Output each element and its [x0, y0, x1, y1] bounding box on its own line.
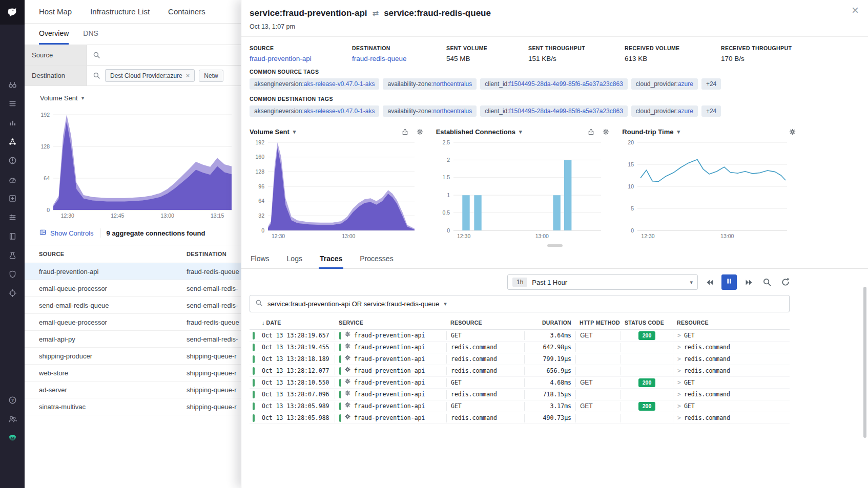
show-controls-button[interactable]: Show Controls — [39, 228, 94, 238]
skip-forward-icon[interactable] — [742, 275, 755, 289]
tag-pill[interactable]: cloud_provider:azure — [631, 78, 698, 90]
filter-pill-network[interactable]: Netw — [199, 70, 223, 82]
service-link[interactable]: fraud-redis-queue — [352, 55, 446, 62]
nav-tab-host-map[interactable]: Host Map — [39, 7, 72, 16]
trace-row[interactable]: Oct 13 13:28:05.988 fraud-prevention-api… — [250, 412, 790, 424]
tag-pill[interactable]: availability-zone:northcentralus — [383, 78, 477, 90]
trace-row[interactable]: Oct 13 13:28:05.989 fraud-prevention-api… — [250, 400, 790, 412]
connection-row[interactable]: email-api-pysend-email-redis- — [25, 331, 241, 348]
chart-title[interactable]: Round-trip Time — [622, 128, 673, 136]
chart-title[interactable]: Established Connections — [436, 128, 515, 136]
tab-logs[interactable]: Logs — [286, 248, 303, 269]
sliders-icon[interactable] — [6, 211, 18, 223]
tab-overview[interactable]: Overview — [39, 24, 69, 45]
help-icon[interactable]: ? — [6, 394, 18, 406]
pause-button[interactable] — [721, 274, 737, 290]
tag-pill[interactable]: availability-zone:northcentralus — [383, 105, 477, 117]
trace-row[interactable]: Oct 13 13:28:10.550 fraud-prevention-api… — [250, 377, 790, 389]
book-icon[interactable] — [6, 230, 18, 242]
gear-icon[interactable] — [789, 128, 796, 136]
shield-icon[interactable] — [6, 268, 18, 280]
duration-column-header[interactable]: DURATION — [524, 320, 575, 326]
invader-icon[interactable] — [6, 432, 18, 444]
trace-resource: redis.command — [446, 390, 524, 399]
network-map-icon[interactable] — [6, 135, 18, 147]
resource-column-header[interactable]: RESOURCE — [446, 320, 524, 326]
destination-service-title[interactable]: service:fraud-redis-queue — [384, 8, 491, 18]
resource-column-header[interactable]: RESOURCE — [673, 320, 790, 326]
service-color-bar — [339, 355, 341, 363]
export-icon[interactable] — [401, 128, 409, 136]
tag-pill[interactable]: aksengineversion:aks-release-v0.47.0-1-a… — [250, 105, 379, 117]
more-tags-pill[interactable]: +24 — [701, 105, 721, 117]
connection-row[interactable]: send-email-redis-queuesend-email-redis- — [25, 297, 241, 314]
search-icon[interactable] — [87, 72, 105, 79]
http-method-column-header[interactable]: HTTP METHOD — [575, 320, 621, 326]
trace-service-cell: fraud-prevention-api — [335, 414, 446, 422]
more-tags-pill[interactable]: +24 — [701, 78, 721, 90]
trace-search-input[interactable]: service:fraud-prevention-api OR service:… — [250, 295, 790, 312]
tag-pill[interactable]: client_id:f1504495-28da-4e99-85f6-a5e37a… — [480, 105, 628, 117]
plus-box-icon[interactable] — [6, 192, 18, 204]
connection-row[interactable]: shipping-producershipping-queue-r — [25, 348, 241, 365]
connection-row[interactable]: web-storeshipping-queue-r — [25, 365, 241, 381]
status-code-column-header[interactable]: STATUS CODE — [621, 320, 673, 326]
gauge-icon[interactable] — [6, 173, 18, 185]
volume-sent-chart[interactable]: 06412819212:3012:4513:0013:15 — [25, 110, 241, 221]
datadog-logo[interactable] — [0, 0, 25, 25]
destination-column-header[interactable]: DESTINATION — [187, 251, 241, 257]
date-column-header[interactable]: ↓DATE — [258, 320, 335, 326]
remove-filter-icon[interactable]: × — [186, 72, 190, 79]
trace-row[interactable]: Oct 13 13:28:18.189 fraud-prevention-api… — [250, 353, 790, 365]
connection-row[interactable]: sinatra-multivacshipping-queue-r — [25, 398, 241, 415]
trace-resource-2: >redis.command — [673, 343, 790, 352]
tab-flows[interactable]: Flows — [250, 248, 271, 269]
service-color-bar — [339, 344, 341, 351]
users-icon[interactable] — [6, 413, 18, 425]
alert-icon[interactable] — [6, 154, 18, 166]
search-icon[interactable] — [87, 51, 105, 59]
tab-traces[interactable]: Traces — [319, 248, 343, 269]
round-trip-time-chart[interactable]: 0510152012:3013:00 — [622, 138, 796, 242]
gear-icon[interactable] — [416, 128, 424, 136]
bar-chart-icon[interactable] — [6, 116, 18, 129]
refresh-icon[interactable] — [779, 275, 792, 289]
filter-pill-dest-cloud-provider[interactable]: Dest Cloud Provider:azure × — [105, 69, 195, 82]
crosshair-icon[interactable] — [6, 287, 18, 299]
tag-pill[interactable]: aksengineversion:aks-release-v0.47.0-1-a… — [250, 78, 379, 90]
established-connections-chart[interactable]: 00.511.522.512:3013:00 — [436, 138, 610, 242]
scrollbar[interactable] — [863, 287, 866, 438]
tab-processes[interactable]: Processes — [359, 248, 394, 269]
drag-handle[interactable] — [547, 244, 563, 247]
service-icon — [344, 414, 351, 422]
chart-title[interactable]: Volume Sent — [250, 128, 290, 136]
list-icon[interactable] — [6, 97, 18, 110]
source-service-title[interactable]: service:fraud-prevention-api — [250, 8, 367, 18]
trace-row[interactable]: Oct 13 13:28:19.455 fraud-prevention-api… — [250, 342, 790, 353]
tab-dns[interactable]: DNS — [83, 24, 98, 45]
nav-tab-containers[interactable]: Containers — [168, 7, 205, 16]
zoom-icon[interactable] — [760, 275, 774, 289]
export-icon[interactable] — [587, 128, 595, 136]
volume-sent-detail-chart[interactable]: 032649612816019212:3013:00 — [250, 138, 424, 242]
gear-icon[interactable] — [602, 128, 610, 136]
connection-row[interactable]: ad-servershipping-queue-r — [25, 381, 241, 398]
binoculars-icon[interactable] — [6, 78, 18, 91]
connection-row[interactable]: email-queue-processorfraud-redis-queue — [25, 314, 241, 331]
skip-back-icon[interactable] — [703, 275, 716, 289]
connection-row[interactable]: email-queue-processorsend-email-redis- — [25, 280, 241, 297]
connection-row[interactable]: fraud-prevention-apifraud-redis-queue — [25, 263, 241, 280]
beaker-icon[interactable] — [6, 249, 18, 261]
tag-pill[interactable]: client_id:f1504495-28da-4e99-85f6-a5e37a… — [480, 78, 628, 90]
close-icon[interactable]: × — [852, 4, 859, 16]
nav-tab-infrastructure-list[interactable]: Infrastructure List — [90, 7, 150, 16]
tag-pill[interactable]: cloud_provider:azure — [631, 105, 698, 117]
metric-selector[interactable]: Volume Sent ▾ — [25, 86, 241, 110]
source-column-header[interactable]: SOURCE — [39, 251, 187, 257]
service-link[interactable]: fraud-prevention-api — [250, 55, 352, 62]
trace-row[interactable]: Oct 13 13:28:12.077 fraud-prevention-api… — [250, 365, 790, 377]
trace-row[interactable]: Oct 13 13:28:07.096 fraud-prevention-api… — [250, 389, 790, 400]
trace-row[interactable]: Oct 13 13:28:19.657 fraud-prevention-api… — [250, 330, 790, 342]
time-range-selector[interactable]: 1h Past 1 Hour ▾ — [507, 274, 698, 290]
service-column-header[interactable]: SERVICE — [335, 320, 446, 326]
